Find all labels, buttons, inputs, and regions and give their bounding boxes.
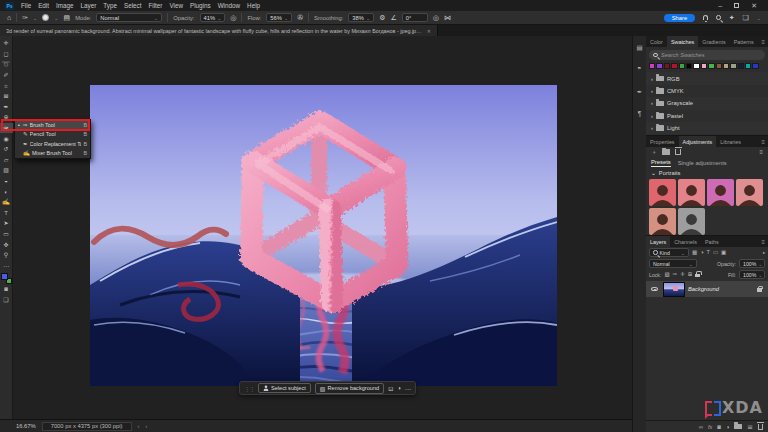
pen-tool[interactable]: ✍: [0, 197, 13, 208]
filter-kind-select[interactable]: Kind ⌄: [649, 248, 689, 257]
filter-adjustment-layers-icon[interactable]: ◑: [700, 250, 703, 256]
tab-channels[interactable]: Channels: [670, 236, 701, 247]
chevron-down-icon[interactable]: ⌄: [757, 15, 761, 21]
move-tool[interactable]: ✛: [0, 38, 13, 49]
menu-file[interactable]: File: [21, 2, 31, 9]
preset-thumbnail[interactable]: [736, 179, 763, 206]
trash-icon[interactable]: [675, 149, 681, 155]
crop-tool[interactable]: ⌗: [0, 80, 13, 91]
layer-mask-icon[interactable]: ◙: [717, 424, 721, 430]
search-icon[interactable]: [716, 15, 721, 20]
eraser-tool[interactable]: ▱: [0, 155, 13, 166]
smoothing-select[interactable]: 38% ⌄: [348, 13, 374, 22]
preset-thumbnail[interactable]: [707, 179, 734, 206]
home-icon[interactable]: ⌂: [7, 14, 11, 21]
layer-row-background[interactable]: Background: [646, 281, 768, 297]
adjustment-layer-icon[interactable]: ◑: [726, 424, 730, 430]
tab-layers[interactable]: Layers: [646, 236, 670, 247]
flyout-item-mixer-brush-tool[interactable]: ✍ Mixer Brush Tool B: [15, 149, 90, 159]
quick-mask-button[interactable]: ◙: [0, 284, 13, 295]
flyout-item-pencil-tool[interactable]: ✎ Pencil Tool B: [15, 130, 90, 140]
screen-mode-button[interactable]: ❏: [0, 295, 13, 306]
blend-mode-select[interactable]: Normal ⌄: [96, 13, 162, 22]
flyout-item-color-replacement-tool[interactable]: ✒ Color Replacement Tool B: [15, 139, 90, 149]
search-swatches-input[interactable]: [661, 50, 761, 60]
pressure-opacity-icon[interactable]: ◎: [230, 14, 236, 21]
lock-position-icon[interactable]: ✛: [680, 272, 685, 278]
panel-menu-icon[interactable]: ≡: [758, 36, 768, 47]
swatch-group-pastel[interactable]: › Pastel: [646, 110, 768, 122]
lock-artboard-icon[interactable]: ⊞: [688, 272, 693, 278]
flyout-item-brush-tool[interactable]: • ✑ Brush Tool B: [15, 120, 90, 130]
preset-thumbnail[interactable]: [649, 179, 676, 206]
tab-libraries[interactable]: Libraries: [716, 136, 745, 147]
folder-icon[interactable]: [662, 149, 670, 155]
swatch-group-rgb[interactable]: › RGB: [646, 72, 768, 84]
color-swatch[interactable]: [730, 63, 736, 69]
lock-all-icon[interactable]: [695, 274, 700, 278]
share-button[interactable]: Share: [664, 14, 695, 22]
flow-select[interactable]: 56% ⌄: [266, 13, 292, 22]
tab-paths[interactable]: Paths: [701, 236, 723, 247]
color-swatch[interactable]: [679, 63, 685, 69]
filter-shape-layers-icon[interactable]: ▭: [713, 250, 718, 256]
color-swatch[interactable]: [671, 63, 677, 69]
color-swatch[interactable]: [664, 63, 670, 69]
hand-tool[interactable]: ✥: [0, 239, 13, 250]
history-brush-tool[interactable]: ↺: [0, 144, 13, 155]
layer-effects-icon[interactable]: fx: [708, 424, 712, 430]
tab-patterns[interactable]: Patterns: [730, 36, 758, 47]
menu-edit[interactable]: Edit: [38, 2, 49, 9]
chevron-left-icon[interactable]: ‹: [145, 423, 147, 429]
marquee-tool[interactable]: ◻: [0, 49, 13, 60]
foreground-background-colors[interactable]: [1, 273, 12, 284]
airbrush-icon[interactable]: ✇: [297, 14, 303, 21]
filter-toggle-icon[interactable]: ●: [763, 250, 765, 255]
frame-tool[interactable]: ⊠: [0, 91, 13, 102]
minimize-button[interactable]: –: [718, 2, 722, 9]
tab-color[interactable]: Color: [646, 36, 667, 47]
chevron-down-icon[interactable]: ⌄: [33, 15, 37, 21]
brush-settings-panel-toggle-icon[interactable]: ▤: [64, 14, 71, 21]
color-swatch[interactable]: [745, 63, 751, 69]
new-layer-icon[interactable]: ⊞: [747, 424, 752, 430]
clone-stamp-tool[interactable]: ◉: [0, 133, 13, 144]
transform-icon[interactable]: ⊡: [388, 385, 393, 392]
brush-angle-input[interactable]: 0°: [402, 13, 428, 22]
discover-icon[interactable]: ✦: [729, 14, 735, 21]
color-swatch[interactable]: [693, 63, 699, 69]
lock-transparency-icon[interactable]: ▨: [664, 272, 669, 278]
paragraph-panel-icon[interactable]: ¶: [638, 110, 642, 117]
adjustments-icon[interactable]: ◑: [397, 385, 401, 391]
menu-help[interactable]: Help: [247, 2, 260, 9]
more-options-icon[interactable]: ⋯: [405, 385, 411, 392]
color-swatch[interactable]: [686, 63, 692, 69]
tab-gradients[interactable]: Gradients: [698, 36, 729, 47]
maximize-button[interactable]: [734, 3, 739, 8]
color-swatch[interactable]: [716, 63, 722, 69]
color-swatch[interactable]: [738, 63, 744, 69]
type-tool[interactable]: T: [0, 208, 13, 219]
symmetry-icon[interactable]: ⋈: [444, 14, 451, 21]
shape-tool[interactable]: ▭: [0, 229, 13, 240]
delete-layer-icon[interactable]: [758, 424, 764, 430]
drag-handle[interactable]: ⋮⋮: [244, 385, 254, 392]
swatch-group-light[interactable]: › Light: [646, 122, 768, 134]
layer-locked-icon[interactable]: [757, 288, 762, 292]
color-swatch[interactable]: [752, 63, 758, 69]
panel-menu-icon[interactable]: ≡: [758, 236, 768, 247]
new-group-icon[interactable]: [734, 424, 742, 430]
layer-opacity-select[interactable]: 100% ⌄: [739, 259, 765, 268]
filter-pixel-layers-icon[interactable]: ▦: [692, 250, 697, 256]
color-swatch[interactable]: [708, 63, 714, 69]
foreground-color-chip[interactable]: [1, 273, 8, 280]
subtab-single-adjustments[interactable]: Single adjustments: [678, 160, 727, 166]
lasso-tool[interactable]: ➰: [0, 59, 13, 70]
close-button[interactable]: ✕: [751, 2, 757, 10]
link-layers-icon[interactable]: ∞: [699, 424, 703, 430]
dodge-tool[interactable]: ◐: [0, 186, 13, 197]
color-swatch[interactable]: [723, 63, 729, 69]
layer-fill-select[interactable]: 100% ⌄: [739, 270, 765, 279]
menu-layer[interactable]: Layer: [81, 2, 97, 9]
tool-preset-brush-icon[interactable]: ✑: [22, 14, 28, 21]
